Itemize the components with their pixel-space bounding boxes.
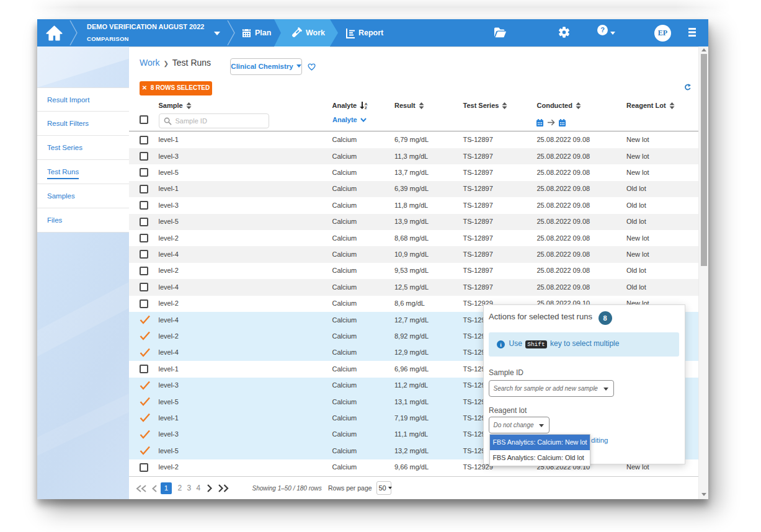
svg-text:Z: Z bbox=[365, 106, 367, 109]
svg-text:A: A bbox=[365, 102, 368, 106]
